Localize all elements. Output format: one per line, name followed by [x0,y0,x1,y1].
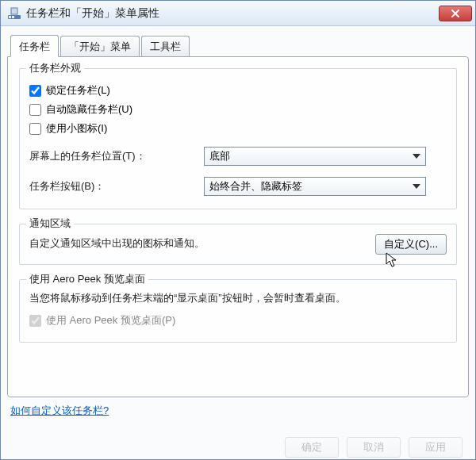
svg-rect-2 [12,16,14,18]
dropdown-buttons-value: 始终合并、隐藏标签 [209,179,413,194]
app-icon [7,6,21,21]
help-link-row: 如何自定义该任务栏? [10,404,469,418]
dropdown-position[interactable]: 底部 [204,147,426,166]
label-position: 屏幕上的任务栏位置(T)： [29,149,204,163]
group-appearance: 任务栏外观 锁定任务栏(L) 自动隐藏任务栏(U) 使用小图标(I) 屏幕上的任… [19,68,457,209]
help-link[interactable]: 如何自定义该任务栏? [10,404,109,416]
group-notify-legend: 通知区域 [26,217,74,231]
close-icon [451,9,460,18]
row-small-icons: 使用小图标(I) [29,121,447,136]
svg-rect-1 [9,16,11,18]
label-small-icons: 使用小图标(I) [46,121,107,136]
label-buttons: 任务栏按钮(B)： [29,179,204,194]
group-peek-legend: 使用 Aero Peek 预览桌面 [26,272,148,286]
group-peek: 使用 Aero Peek 预览桌面 当您将鼠标移动到任务栏末端的“显示桌面”按钮… [19,279,457,343]
close-button[interactable] [439,6,472,21]
tab-taskbar[interactable]: 任务栏 [10,35,59,57]
tab-page-taskbar: 任务栏外观 锁定任务栏(L) 自动隐藏任务栏(U) 使用小图标(I) 屏幕上的任… [7,56,469,397]
customize-button[interactable]: 自定义(C)... [375,234,447,255]
label-peek: 使用 Aero Peek 预览桌面(P) [46,313,175,328]
chevron-down-icon [413,154,420,159]
tab-strip: 任务栏 「开始」菜单 工具栏 [10,34,469,56]
row-position: 屏幕上的任务栏位置(T)： 底部 [29,147,447,166]
row-autohide: 自动隐藏任务栏(U) [29,102,447,117]
dropdown-buttons[interactable]: 始终合并、隐藏标签 [204,177,426,196]
tab-toolbars[interactable]: 工具栏 [141,36,190,56]
row-lock-taskbar: 锁定任务栏(L) [29,83,447,98]
notify-text: 自定义通知区域中出现的图标和通知。 [29,236,205,251]
chevron-down-icon [413,184,420,189]
label-lock-taskbar: 锁定任务栏(L) [46,83,110,98]
checkbox-autohide[interactable] [29,104,41,116]
svg-rect-3 [11,8,17,14]
row-buttons: 任务栏按钮(B)： 始终合并、隐藏标签 [29,177,447,196]
checkbox-peek [29,315,41,327]
ok-button[interactable]: 确定 [285,437,339,458]
peek-text: 当您将鼠标移动到任务栏末端的“显示桌面”按钮时，会暂时查看桌面。 [29,289,447,307]
checkbox-small-icons[interactable] [29,123,41,135]
dialog-body: 任务栏 「开始」菜单 工具栏 任务栏外观 锁定任务栏(L) 自动隐藏任务栏(U)… [1,26,475,459]
checkbox-lock-taskbar[interactable] [29,85,41,97]
window-title: 任务栏和「开始」菜单属性 [26,6,439,21]
apply-button[interactable]: 应用 [409,437,463,458]
tab-start-menu[interactable]: 「开始」菜单 [60,36,140,56]
label-autohide: 自动隐藏任务栏(U) [46,102,132,117]
dialog-buttons: 确定 取消 应用 [285,437,463,458]
dropdown-position-value: 底部 [209,149,413,163]
group-notify: 通知区域 自定义通知区域中出现的图标和通知。 自定义(C)... [19,224,457,265]
dialog-window: 任务栏和「开始」菜单属性 任务栏 「开始」菜单 工具栏 任务栏外观 锁定任务栏(… [0,0,476,460]
cancel-button[interactable]: 取消 [347,437,401,458]
row-peek-checkbox: 使用 Aero Peek 预览桌面(P) [29,313,447,328]
group-appearance-legend: 任务栏外观 [26,61,84,75]
titlebar: 任务栏和「开始」菜单属性 [1,1,475,26]
notify-row: 自定义通知区域中出现的图标和通知。 自定义(C)... [29,234,447,255]
